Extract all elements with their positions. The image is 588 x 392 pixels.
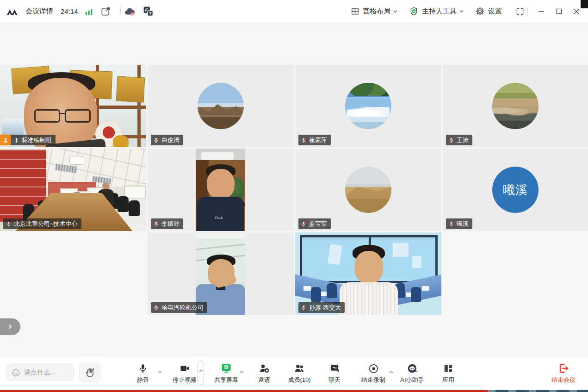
participant-tile[interactable]: 白俊清 (148, 65, 294, 147)
participant-tile[interactable]: 姜宝军 (295, 149, 441, 231)
participant-name: 李振乾 (161, 220, 179, 228)
cloud-status-icon[interactable] (124, 6, 136, 17)
record-options-chevron[interactable] (389, 370, 394, 374)
invite-button[interactable]: 邀请 (258, 362, 270, 384)
ai-assistant-button[interactable]: AI小助手 (400, 362, 424, 384)
sidebar-expand-button[interactable] (0, 318, 20, 335)
chat-icon (329, 362, 340, 374)
toolbar: 说点什么... 静音 停止视频 (0, 356, 588, 390)
fullscreen-icon (515, 7, 525, 16)
settings-button[interactable]: 设置 (475, 6, 504, 16)
layout-label: 宫格布局 (363, 7, 390, 16)
avatar (345, 83, 391, 129)
ai-assistant-label: AI小助手 (400, 376, 424, 384)
participant-tile[interactable]: FILA 李振乾 (148, 149, 294, 231)
mic-muted-icon (6, 221, 12, 227)
avatar (492, 83, 538, 129)
background-window-sliver (0, 390, 488, 392)
stop-record-label: 结束录制 (361, 376, 385, 384)
share-screen-button[interactable]: 共享屏幕 (214, 362, 238, 384)
titlebar: 会议详情 24:14 (0, 0, 588, 23)
apps-button[interactable]: 应用 (442, 362, 454, 384)
avatar (198, 83, 244, 129)
participant-tile[interactable]: 王涛 (443, 65, 588, 147)
participant-tile[interactable]: X01 北京北重公司~技术中心 (0, 149, 146, 231)
participant-name: 王涛 (457, 136, 469, 144)
stop-video-button[interactable]: 停止视频 (173, 362, 197, 384)
host-tools-dropdown[interactable]: 主持人工具 (409, 6, 464, 16)
share-screen-label: 共享屏幕 (214, 376, 238, 384)
microphone-icon (138, 362, 148, 374)
popout-icon[interactable] (100, 6, 111, 17)
stop-record-button[interactable]: 结束录制 (361, 362, 385, 384)
raise-hand-icon (84, 367, 96, 379)
exit-door-icon (558, 362, 569, 374)
mute-options-chevron[interactable] (157, 370, 162, 374)
participant-name: 北京北重公司~技术中心 (14, 220, 78, 228)
invite-icon (259, 362, 270, 374)
mute-button[interactable]: 静音 (137, 362, 149, 384)
members-icon (294, 362, 305, 374)
chevron-down-icon (393, 10, 398, 13)
video-options-chevron[interactable] (198, 361, 204, 385)
share-options-chevron[interactable] (239, 370, 244, 374)
participant-nametag: 崔素萍 (298, 135, 331, 145)
participant-tile[interactable]: 孙露-西交大 (295, 232, 441, 315)
participant-name: 哈电汽轮机公司 (161, 304, 204, 312)
participant-nametag: 王涛 (446, 135, 472, 145)
app-logo-icon (6, 6, 19, 17)
participant-nametag: 白俊清 (151, 135, 183, 145)
participant-name: 标准编制组 (22, 136, 52, 144)
participant-name: 孙露-西交大 (309, 304, 341, 312)
layout-dropdown[interactable]: 宫格布局 (351, 7, 398, 16)
participant-name: 曦溪 (457, 220, 469, 228)
participant-nametag: 标准编制组 (0, 135, 56, 145)
end-meeting-button[interactable]: 结束会议 (551, 362, 576, 384)
host-tools-label: 主持人工具 (422, 7, 457, 16)
invite-label: 邀请 (258, 376, 270, 384)
background-window-sliver (488, 390, 588, 392)
mic-on-icon (13, 137, 19, 143)
chat-label: 聊天 (328, 376, 340, 384)
ai-assistant-icon (407, 362, 418, 374)
mic-muted-icon (153, 305, 159, 311)
chat-placeholder: 说点什么... (24, 368, 56, 377)
share-screen-icon (221, 362, 232, 374)
minimize-button[interactable] (534, 5, 548, 19)
mic-muted-icon (301, 305, 307, 311)
overlay-sliver (581, 0, 588, 8)
chat-input[interactable]: 说点什么... (6, 364, 74, 381)
participant-nametag: 曦溪 (446, 218, 472, 229)
apps-icon (443, 362, 453, 374)
mic-muted-icon (448, 221, 454, 227)
mute-label: 静音 (137, 376, 149, 384)
meeting-timer: 24:14 (61, 7, 78, 15)
meeting-window: 会议详情 24:14 (0, 0, 588, 392)
participant-tile[interactable]: 崔素萍 (295, 65, 441, 147)
participant-name: 崔素萍 (309, 136, 327, 144)
participant-nametag: 李振乾 (151, 218, 183, 229)
caption-translate-icon[interactable] (142, 6, 154, 17)
participant-tile[interactable]: 哈电汽轮机公司 (148, 232, 294, 315)
stop-video-label: 停止视频 (173, 376, 197, 384)
camera-tag: X01 (136, 224, 144, 228)
raise-hand-button[interactable] (79, 362, 101, 383)
participant-name: 白俊清 (161, 136, 179, 144)
camera-icon (179, 362, 191, 374)
chat-button[interactable]: 聊天 (328, 362, 340, 384)
fullscreen-button[interactable] (515, 7, 525, 16)
participant-nametag: 哈电汽轮机公司 (151, 302, 207, 313)
participant-tile[interactable]: 标准编制组 (0, 65, 146, 147)
maximize-button[interactable] (552, 5, 566, 19)
members-label: 成员(10) (288, 376, 310, 384)
members-button[interactable]: 成员(10) (288, 362, 310, 384)
apps-label: 应用 (442, 376, 454, 384)
video-feed: FILA (196, 149, 245, 231)
settings-label: 设置 (488, 7, 502, 16)
titlebar-divider (120, 7, 121, 16)
meeting-details-link[interactable]: 会议详情 (25, 7, 53, 16)
stop-record-icon (368, 362, 379, 374)
mic-muted-icon (301, 221, 307, 227)
host-role-icon (0, 135, 11, 145)
participant-tile[interactable]: 曦溪 曦溪 (443, 149, 588, 231)
